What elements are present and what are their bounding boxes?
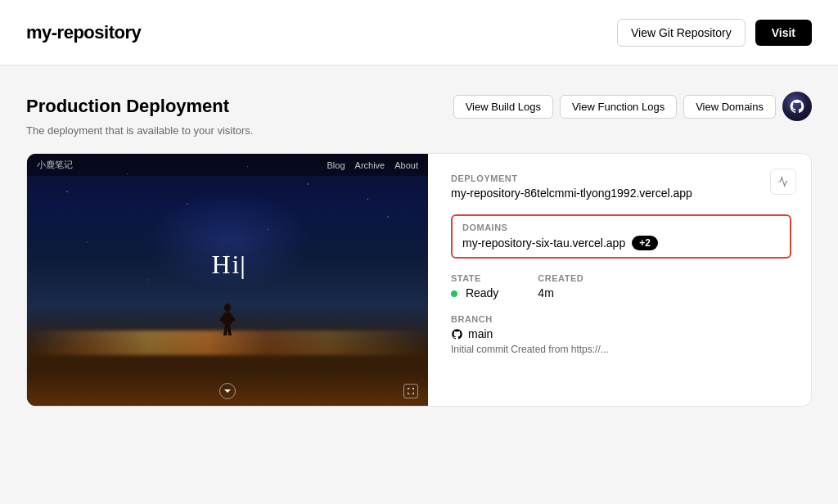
main-content: Production Deployment View Build Logs Vi… bbox=[0, 65, 838, 407]
chevron-down-icon[interactable] bbox=[219, 383, 236, 399]
github-branch-icon bbox=[451, 328, 463, 340]
created-label: CREATED bbox=[538, 273, 583, 283]
branch-label: BRANCH bbox=[451, 314, 791, 324]
avatar-inner bbox=[782, 92, 812, 121]
domains-box: DOMAINS my-repository-six-tau.vercel.app… bbox=[451, 214, 791, 259]
person-silhouette bbox=[219, 303, 236, 335]
state-value: Ready bbox=[451, 286, 498, 299]
details-pane: DEPLOYMENT my-repository-86telcmmi-tlyon… bbox=[428, 154, 811, 406]
view-git-repository-button[interactable]: View Git Repository bbox=[617, 19, 746, 47]
github-avatar-icon bbox=[789, 98, 805, 115]
domains-value-row: my-repository-six-tau.vercel.app +2 bbox=[462, 236, 780, 250]
preview-hi-text: Hi bbox=[212, 250, 244, 280]
view-domains-button[interactable]: View Domains bbox=[683, 95, 776, 119]
domains-label: DOMAINS bbox=[462, 223, 780, 232]
preview-pane: 小鹿笔记 Blog Archive About bbox=[27, 154, 428, 406]
preview-top-bar: 小鹿笔记 Blog Archive About bbox=[27, 154, 428, 176]
state-label: STATE bbox=[451, 273, 498, 283]
deployment-card: 小鹿笔记 Blog Archive About bbox=[26, 153, 812, 407]
created-section: CREATED 4m bbox=[538, 273, 583, 299]
preview-background: Hi bbox=[27, 154, 428, 406]
deployment-section: DEPLOYMENT my-repository-86telcmmi-tlyon… bbox=[451, 173, 791, 200]
svg-point-0 bbox=[224, 304, 231, 312]
branch-section: BRANCH main Initial commit Created from … bbox=[451, 314, 791, 355]
section-header: Production Deployment View Build Logs Vi… bbox=[26, 92, 812, 121]
state-dot-icon bbox=[451, 290, 457, 297]
header: my-repository View Git Repository Visit bbox=[0, 0, 838, 65]
section-title: Production Deployment bbox=[26, 96, 229, 117]
avatar[interactable] bbox=[782, 92, 812, 121]
preview-site-label: 小鹿笔记 bbox=[37, 159, 73, 171]
preview-nav-about: About bbox=[394, 160, 418, 170]
preview-nav-archive: Archive bbox=[355, 160, 385, 170]
state-created-row: STATE Ready CREATED 4m bbox=[451, 273, 791, 299]
preview-bottom-bar bbox=[27, 376, 428, 406]
branch-row: main bbox=[451, 327, 791, 340]
created-value: 4m bbox=[538, 286, 583, 299]
section-subtitle: The deployment that is available to your… bbox=[26, 124, 812, 137]
state-section: STATE Ready bbox=[451, 273, 498, 299]
deployment-url: my-repository-86telcmmi-tlyong1992.verce… bbox=[451, 187, 791, 200]
preview-nav-blog: Blog bbox=[327, 160, 345, 170]
domain-extra-badge: +2 bbox=[632, 236, 658, 250]
header-actions: View Git Repository Visit bbox=[617, 19, 812, 47]
activity-icon[interactable] bbox=[770, 169, 796, 195]
preview-nav-links: Blog Archive About bbox=[327, 160, 418, 170]
expand-icon[interactable] bbox=[403, 384, 418, 398]
commit-message: Initial commit Created from https://... bbox=[451, 344, 791, 355]
section-actions: View Build Logs View Function Logs View … bbox=[453, 92, 812, 121]
page-title: my-repository bbox=[26, 22, 141, 43]
deployment-label: DEPLOYMENT bbox=[451, 173, 791, 183]
domain-url: my-repository-six-tau.vercel.app bbox=[462, 236, 625, 250]
branch-value: main bbox=[468, 327, 493, 340]
visit-button[interactable]: Visit bbox=[755, 20, 812, 46]
view-function-logs-button[interactable]: View Function Logs bbox=[560, 95, 677, 119]
view-build-logs-button[interactable]: View Build Logs bbox=[453, 95, 553, 119]
